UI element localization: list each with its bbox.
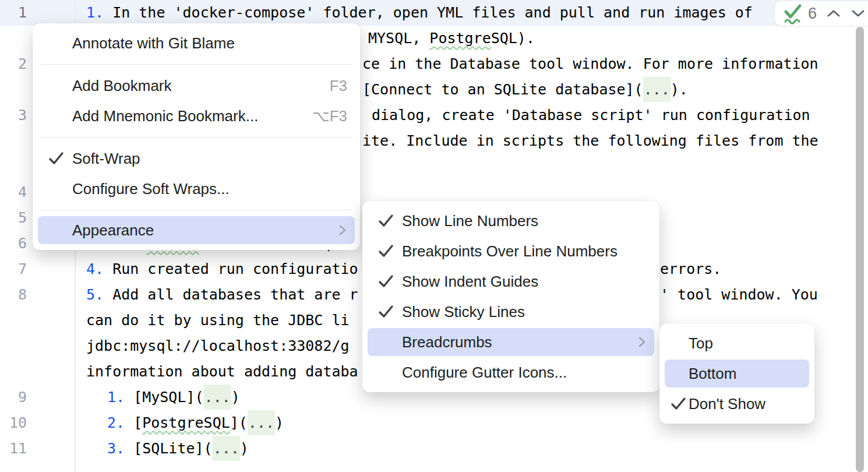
folded-link[interactable]: ... bbox=[204, 385, 231, 410]
line-number[interactable]: 10 bbox=[0, 410, 27, 436]
line-text: Run created run configuratio bbox=[112, 260, 358, 277]
menu-item-breadcrumbs-top[interactable]: Top bbox=[659, 328, 814, 358]
line-text: [SQLite]( bbox=[133, 440, 212, 457]
checkmark-icon bbox=[377, 213, 394, 228]
menu-item-show-line-numbers[interactable]: Show Line Numbers bbox=[362, 206, 659, 236]
menu-item-configure-soft-wraps[interactable]: Configure Soft Wraps... bbox=[33, 174, 360, 204]
checkmark-icon bbox=[377, 274, 394, 289]
editor-line[interactable]: 3. [SQLite](...) bbox=[107, 436, 249, 462]
editor-line[interactable]: 2. [PostgreSQL](...) bbox=[107, 410, 284, 436]
menu-item-label: Show Line Numbers bbox=[402, 212, 538, 230]
line-text: ]( bbox=[230, 414, 248, 431]
menu-separator bbox=[41, 137, 352, 138]
breadcrumbs-submenu: Top Bottom Don't Show bbox=[659, 323, 814, 424]
editor-surface[interactable]: 1 2 3 4 5 6 7 8 9 10 11 1. In the 'docke… bbox=[0, 0, 868, 472]
menu-item-label: Show Indent Guides bbox=[402, 273, 538, 291]
editor-line[interactable]: errors. bbox=[660, 256, 721, 282]
chevron-down-icon[interactable] bbox=[851, 9, 866, 18]
submenu-arrow-icon bbox=[637, 334, 647, 350]
line-text: [ bbox=[133, 414, 142, 431]
menu-item-label: Don't Show bbox=[689, 395, 765, 413]
editor-line[interactable]: 1. [MySQL](...) bbox=[107, 385, 240, 410]
menu-item-label: Add Mnemonic Bookmark... bbox=[72, 107, 258, 125]
editor-line[interactable]: dialog, create 'Database script' run con… bbox=[372, 103, 810, 128]
editor-line[interactable]: [Connect to an SQLite database](...). bbox=[362, 77, 688, 103]
checkmark-icon bbox=[377, 304, 394, 319]
menu-item-label: Soft-Wrap bbox=[72, 150, 140, 168]
line-text: MYSQL, bbox=[368, 30, 429, 47]
editor-line[interactable]: jdbc:mysql://localhost:33082/g bbox=[86, 333, 350, 359]
line-text: ) bbox=[240, 440, 249, 457]
editor-line[interactable]: 1. In the 'docker-compose' folder, open … bbox=[86, 0, 753, 26]
menu-item-label: Breadcrumbs bbox=[402, 333, 492, 351]
line-text: ite. Include in scripts the following fi… bbox=[362, 132, 818, 149]
line-number[interactable]: 6 bbox=[0, 231, 27, 256]
line-number[interactable]: 11 bbox=[0, 436, 27, 462]
menu-item-annotate-git-blame[interactable]: Annotate with Git Blame bbox=[33, 28, 360, 58]
list-number: 1. bbox=[107, 389, 133, 406]
menu-item-show-sticky-lines[interactable]: Show Sticky Lines bbox=[362, 297, 659, 327]
typo-check-icon[interactable] bbox=[783, 2, 803, 24]
line-text: ). bbox=[671, 81, 688, 98]
chevron-up-icon[interactable] bbox=[826, 9, 841, 18]
menu-item-configure-gutter-icons[interactable]: Configure Gutter Icons... bbox=[362, 357, 659, 388]
line-number[interactable]: 8 bbox=[0, 282, 27, 308]
menu-item-breakpoints-over-line-numbers[interactable]: Breakpoints Over Line Numbers bbox=[362, 236, 659, 266]
editor-line[interactable]: ' tool window. You bbox=[660, 282, 818, 308]
typo-word: PostgreSQL bbox=[142, 414, 230, 431]
editor-line[interactable]: MYSQL, PostgreSQL). bbox=[368, 26, 535, 51]
menu-item-breadcrumbs-bottom[interactable]: Bottom bbox=[665, 360, 809, 388]
line-number[interactable]: 1 bbox=[0, 0, 27, 26]
submenu-arrow-icon bbox=[338, 223, 347, 238]
line-text: ) bbox=[231, 389, 240, 406]
line-text: dialog, create 'Database script' run con… bbox=[372, 107, 810, 124]
folded-link[interactable]: ... bbox=[248, 410, 275, 435]
line-text: ce in the Database tool window. For more… bbox=[362, 55, 818, 72]
editor-line[interactable]: 5. Add all databases that are r bbox=[86, 282, 358, 308]
menu-item-add-mnemonic-bookmark[interactable]: Add Mnemonic Bookmark...⌥F3 bbox=[33, 101, 360, 131]
list-number: 3. bbox=[107, 440, 133, 457]
menu-item-appearance[interactable]: Appearance bbox=[38, 216, 355, 244]
menu-item-breadcrumbs-dont-show[interactable]: Don't Show bbox=[659, 389, 814, 419]
line-text: ' tool window. You bbox=[660, 286, 818, 303]
menu-separator bbox=[41, 210, 352, 210]
list-number: 2. bbox=[107, 414, 133, 431]
line-text: can do it by using the JDBC li bbox=[86, 312, 350, 329]
menu-item-breadcrumbs[interactable]: Breadcrumbs bbox=[368, 328, 654, 356]
line-number[interactable]: 5 bbox=[0, 205, 27, 231]
editor-line[interactable]: ite. Include in scripts the following fi… bbox=[362, 128, 818, 154]
editor-line[interactable]: can do it by using the JDBC li bbox=[86, 308, 350, 333]
checkmark-icon bbox=[670, 396, 686, 411]
line-number[interactable]: 3 bbox=[0, 103, 27, 128]
editor-line[interactable]: information about adding databa bbox=[86, 359, 358, 385]
checkmark-icon bbox=[377, 244, 394, 259]
list-number: 5. bbox=[86, 286, 112, 303]
line-number[interactable]: 7 bbox=[0, 256, 27, 282]
inspections-widget[interactable]: 6 bbox=[775, 1, 868, 26]
menu-item-add-bookmark[interactable]: Add BookmarkF3 bbox=[33, 71, 360, 101]
menu-item-show-indent-guides[interactable]: Show Indent Guides bbox=[362, 266, 659, 297]
shortcut-label: ⌥F3 bbox=[312, 107, 347, 125]
menu-item-label: Breakpoints Over Line Numbers bbox=[402, 242, 618, 260]
problem-count: 6 bbox=[808, 5, 817, 23]
folded-link[interactable]: ... bbox=[643, 77, 671, 102]
line-number[interactable]: 2 bbox=[0, 51, 27, 77]
line-number[interactable]: 9 bbox=[0, 385, 27, 410]
menu-item-label: Add Bookmark bbox=[72, 77, 172, 95]
shortcut-label: F3 bbox=[330, 77, 347, 95]
line-text: errors. bbox=[660, 260, 721, 277]
menu-item-soft-wrap[interactable]: Soft-Wrap bbox=[33, 143, 360, 174]
folded-link[interactable]: ... bbox=[213, 436, 240, 461]
line-text: Add all databases that are r bbox=[112, 286, 358, 303]
menu-separator bbox=[41, 64, 352, 65]
menu-item-label: Bottom bbox=[689, 365, 736, 383]
editor-line[interactable]: 4. Run created run configuratio bbox=[86, 256, 358, 282]
line-text: [MySQL]( bbox=[133, 389, 203, 406]
line-text: information about adding databa bbox=[86, 363, 358, 380]
vertical-scrollbar-thumb[interactable] bbox=[856, 27, 864, 472]
editor-line[interactable]: ce in the Database tool window. For more… bbox=[362, 51, 818, 77]
line-number[interactable]: 4 bbox=[0, 179, 27, 205]
line-text: SQL). bbox=[491, 30, 535, 47]
menu-item-label: Show Sticky Lines bbox=[402, 303, 525, 321]
menu-item-label: Configure Soft Wraps... bbox=[72, 180, 230, 198]
